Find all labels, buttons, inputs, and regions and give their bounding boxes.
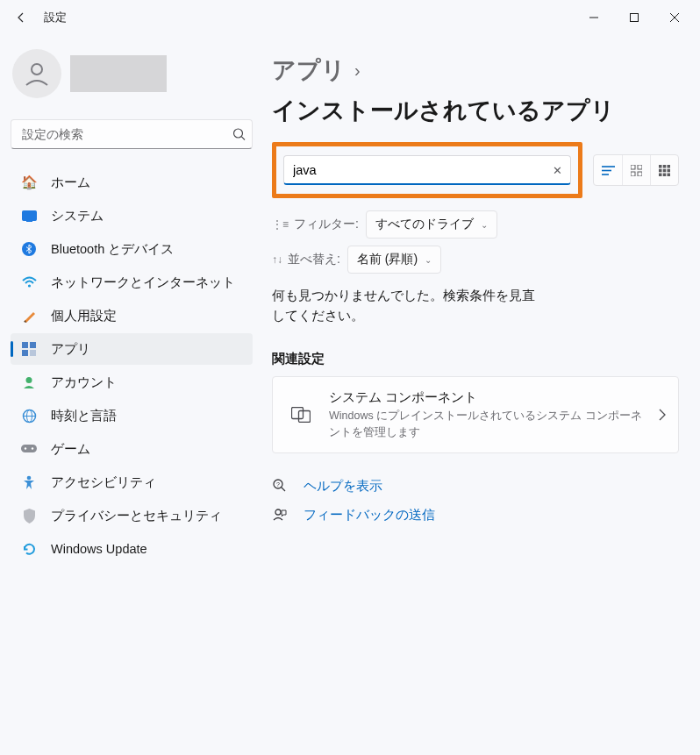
arrow-left-icon bbox=[14, 11, 28, 25]
minimize-icon bbox=[589, 13, 598, 22]
sidebar-item-label: プライバシーとセキュリティ bbox=[51, 508, 222, 524]
svg-rect-25 bbox=[638, 165, 642, 169]
view-toggle-group bbox=[593, 154, 679, 186]
svg-point-19 bbox=[32, 447, 33, 449]
svg-rect-32 bbox=[663, 168, 667, 172]
breadcrumb: アプリ › インストールされているアプリ bbox=[272, 54, 679, 126]
sidebar-item-label: アクセシビリティ bbox=[51, 474, 156, 491]
svg-rect-30 bbox=[668, 165, 671, 168]
sidebar-item-label: ゲーム bbox=[51, 441, 90, 458]
settings-search-input[interactable] bbox=[11, 119, 253, 149]
sidebar-item-label: Bluetooth とデバイス bbox=[51, 241, 174, 258]
paint-icon bbox=[21, 308, 37, 324]
svg-rect-9 bbox=[22, 342, 28, 348]
svg-rect-29 bbox=[663, 165, 667, 168]
help-link[interactable]: ? ヘルプを表示 bbox=[272, 478, 679, 495]
svg-rect-28 bbox=[659, 165, 662, 168]
card-description: Windows にプレインストールされているシステム コンポーネントを管理します bbox=[329, 408, 645, 439]
tiles-icon bbox=[659, 165, 670, 176]
svg-line-4 bbox=[241, 137, 245, 140]
highlight-annotation: ✕ bbox=[272, 142, 582, 198]
account-icon bbox=[21, 374, 37, 390]
sidebar-item-label: ホーム bbox=[51, 175, 90, 191]
maximize-icon bbox=[630, 13, 639, 22]
sidebar-item-apps[interactable]: アプリ bbox=[11, 333, 253, 365]
chevron-down-icon: ⌄ bbox=[425, 255, 432, 265]
sidebar-item-time-language[interactable]: 時刻と言語 bbox=[11, 400, 253, 431]
view-grid-button[interactable] bbox=[622, 155, 650, 185]
back-button[interactable] bbox=[5, 2, 37, 33]
sort-dropdown[interactable]: 名前 (昇順) ⌄ bbox=[347, 246, 441, 274]
svg-point-13 bbox=[26, 377, 32, 383]
filter-icon: ⋮≡ bbox=[272, 218, 289, 231]
user-block[interactable] bbox=[12, 49, 253, 98]
sidebar-item-network[interactable]: ネットワークとインターネット bbox=[11, 267, 253, 298]
page-title: インストールされているアプリ bbox=[272, 95, 615, 126]
sidebar-item-privacy[interactable]: プライバシーとセキュリティ bbox=[11, 500, 253, 531]
sidebar-item-accounts[interactable]: アカウント bbox=[11, 367, 253, 398]
system-components-card[interactable]: システム コンポーネント Windows にプレインストールされているシステム … bbox=[272, 376, 679, 452]
sidebar-item-bluetooth[interactable]: Bluetooth とデバイス bbox=[11, 233, 253, 265]
svg-rect-35 bbox=[663, 173, 667, 176]
home-icon: 🏠 bbox=[21, 175, 37, 190]
view-list-button[interactable] bbox=[594, 155, 622, 185]
wifi-icon bbox=[21, 274, 37, 290]
svg-point-2 bbox=[32, 64, 42, 75]
search-icon bbox=[232, 128, 246, 141]
svg-rect-31 bbox=[659, 168, 662, 172]
sidebar-item-label: Windows Update bbox=[51, 542, 147, 556]
filter-label: ⋮≡フィルター: bbox=[272, 217, 359, 232]
sidebar-item-personalization[interactable]: 個人用設定 bbox=[11, 300, 253, 331]
clock-globe-icon bbox=[21, 408, 37, 424]
svg-rect-6 bbox=[26, 221, 32, 222]
filter-dropdown[interactable]: すべてのドライブ ⌄ bbox=[366, 210, 497, 239]
sidebar-item-home[interactable]: 🏠 ホーム bbox=[11, 167, 253, 198]
sidebar-item-system[interactable]: システム bbox=[11, 200, 253, 231]
svg-rect-5 bbox=[22, 210, 36, 220]
sidebar-item-label: アカウント bbox=[51, 374, 117, 391]
sidebar-item-label: ネットワークとインターネット bbox=[51, 274, 235, 291]
close-button[interactable] bbox=[654, 4, 695, 32]
breadcrumb-parent[interactable]: アプリ bbox=[272, 54, 346, 86]
empty-results-message: 何も見つかりませんでした。検索条件を見直してください。 bbox=[272, 286, 544, 326]
update-icon bbox=[21, 541, 37, 557]
gamepad-icon bbox=[21, 441, 37, 457]
svg-rect-10 bbox=[30, 342, 36, 348]
svg-point-3 bbox=[234, 129, 243, 138]
help-link-text: ヘルプを表示 bbox=[304, 478, 382, 495]
close-icon bbox=[670, 13, 679, 22]
feedback-icon bbox=[272, 508, 288, 522]
svg-rect-27 bbox=[638, 172, 642, 176]
sidebar-item-gaming[interactable]: ゲーム bbox=[11, 433, 253, 465]
maximize-button[interactable] bbox=[614, 4, 654, 32]
minimize-button[interactable] bbox=[574, 4, 614, 32]
svg-rect-34 bbox=[659, 173, 662, 176]
view-tiles-button[interactable] bbox=[650, 155, 678, 185]
clear-search-button[interactable]: ✕ bbox=[553, 164, 562, 177]
svg-rect-17 bbox=[21, 445, 37, 452]
sort-value: 名前 (昇順) bbox=[357, 252, 418, 267]
system-icon bbox=[21, 208, 37, 224]
sidebar-item-label: 個人用設定 bbox=[51, 308, 117, 324]
main-content: アプリ › インストールされているアプリ ✕ bbox=[263, 35, 700, 565]
sidebar-item-label: アプリ bbox=[51, 341, 90, 358]
svg-point-8 bbox=[27, 284, 30, 287]
app-search-input[interactable] bbox=[283, 155, 571, 185]
search-button[interactable] bbox=[232, 128, 246, 141]
feedback-link[interactable]: フィードバックの送信 bbox=[272, 507, 679, 524]
svg-text:?: ? bbox=[276, 481, 280, 488]
sidebar-item-label: システム bbox=[51, 208, 104, 224]
sidebar-item-label: 時刻と言語 bbox=[51, 408, 117, 424]
shield-icon bbox=[21, 508, 37, 524]
sidebar-item-accessibility[interactable]: アクセシビリティ bbox=[11, 467, 253, 498]
help-icon: ? bbox=[272, 479, 288, 493]
svg-rect-1 bbox=[631, 14, 639, 22]
chevron-down-icon: ⌄ bbox=[481, 220, 488, 230]
svg-rect-12 bbox=[30, 350, 36, 356]
sidebar-item-windows-update[interactable]: Windows Update bbox=[11, 533, 253, 565]
card-title: システム コンポーネント bbox=[329, 389, 645, 406]
svg-point-20 bbox=[27, 475, 32, 480]
chevron-right-icon bbox=[659, 409, 666, 421]
list-icon bbox=[602, 165, 615, 176]
bluetooth-icon bbox=[21, 241, 37, 257]
